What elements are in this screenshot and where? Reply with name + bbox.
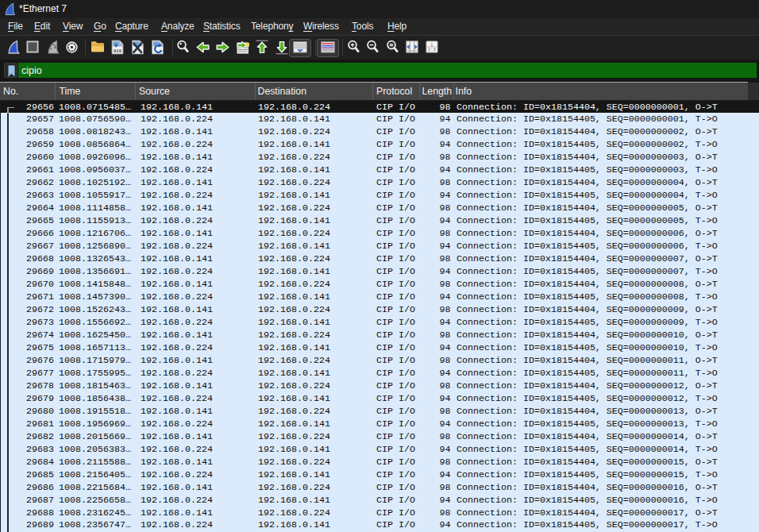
svg-text:2: 2 bbox=[428, 47, 430, 52]
svg-text:1: 1 bbox=[430, 42, 433, 47]
svg-text:3: 3 bbox=[433, 47, 435, 52]
svg-text:010: 010 bbox=[114, 48, 122, 54]
